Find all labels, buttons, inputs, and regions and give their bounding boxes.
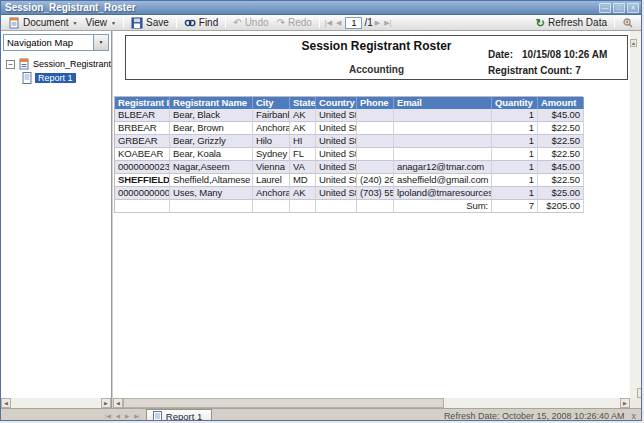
scrollbar-track[interactable] <box>444 398 620 408</box>
redo-label: Redo <box>288 17 312 28</box>
scroll-up-icon[interactable]: ▲ <box>630 39 637 47</box>
table-cell: AK <box>290 187 316 200</box>
chevron-down-icon[interactable]: ▼ <box>93 35 108 50</box>
report-view: Session Registrant Roster Date: 10/15/08… <box>113 31 630 398</box>
prev-page-button[interactable]: ◀ <box>334 19 343 27</box>
refresh-icon: ↻ <box>536 17 545 29</box>
window-controls: — □ × <box>599 3 639 13</box>
table-cell <box>394 135 492 148</box>
table-row: Sum:7$205.00 <box>115 200 583 213</box>
table-cell <box>170 200 253 213</box>
toolbar-divider <box>176 17 177 28</box>
horizontal-scrollbar[interactable]: ◀ ▶ <box>113 398 630 408</box>
next-page-button[interactable]: ▶ <box>373 19 382 27</box>
save-button[interactable]: Save <box>127 16 173 30</box>
scroll-left-icon[interactable]: ◀ <box>113 398 123 408</box>
table-cell: Sheffield,Altamese <box>170 174 253 187</box>
scrollbar-corner <box>630 398 641 408</box>
last-tab-button[interactable]: ▶| <box>132 410 142 422</box>
scroll-right-icon[interactable]: ▶ <box>620 398 630 408</box>
report-subtitle: Accounting <box>126 64 627 75</box>
app-window: Session_Registrant_Roster — □ × Document… <box>0 0 642 421</box>
document-icon <box>8 17 20 29</box>
save-label: Save <box>146 17 169 28</box>
table-row: BRBEARBear, BrownAnchorageAKUnited State… <box>115 122 583 135</box>
table-header-cell: Phone <box>357 97 394 109</box>
vertical-scrollbar[interactable]: ▲ ▼ <box>630 31 641 398</box>
page-icon <box>22 72 32 84</box>
tree-root-label: Session_Registrant_Roster <box>33 59 111 69</box>
undo-button[interactable]: ↶ Undo <box>229 16 272 30</box>
table-cell: Bear, Koala <box>170 148 253 161</box>
table-row: 000000000078Uses, ManyAnchorageAKUnited … <box>115 187 583 200</box>
table-cell: United States <box>316 135 357 148</box>
workspace: Navigation Map ▼ − Session_Registrant_Ro… <box>1 31 641 408</box>
close-icon[interactable]: × <box>627 3 639 13</box>
table-cell: Anchorage <box>253 122 290 135</box>
table-row: KOABEARBear, KoalaSydneyFLUnited States1… <box>115 148 583 161</box>
document-menu-button[interactable]: Document ▼ <box>4 16 82 30</box>
view-menu-label: View <box>86 17 108 28</box>
chevron-down-icon: ▼ <box>73 20 78 26</box>
toolbar-divider <box>319 17 320 28</box>
refresh-data-label: Refresh Data <box>548 17 607 28</box>
scrollbar-thumb[interactable] <box>123 398 444 408</box>
table-header-cell: State <box>290 97 316 109</box>
table-row: BLBEARBear, BlackFairbanksAKUnited State… <box>115 109 583 122</box>
table-cell: $22.50 <box>538 174 584 187</box>
table-cell: (240) 264-5655 <box>357 174 394 187</box>
sidebar-scrollbar[interactable]: ◀ ▶ <box>1 398 111 408</box>
toolbar-divider <box>225 17 226 28</box>
table-cell: GRBEAR <box>115 135 170 148</box>
refresh-data-button[interactable]: ↻ Refresh Data <box>532 16 611 30</box>
drill-button[interactable] <box>618 16 638 30</box>
minimize-icon[interactable]: — <box>599 3 611 13</box>
panel-selector-dropdown[interactable]: Navigation Map ▼ <box>3 34 109 51</box>
scroll-right-icon[interactable]: ▶ <box>101 398 111 408</box>
table-row: GRBEARBear, GrizzlyHiloHIUnited States1$… <box>115 135 583 148</box>
table-cell <box>394 148 492 161</box>
toolbar-divider <box>614 17 615 28</box>
table-cell: United States <box>316 174 357 187</box>
table-cell: KOABEAR <box>115 148 170 161</box>
first-page-button[interactable]: |◀ <box>323 19 334 27</box>
report-date-label: Date: <box>488 49 513 60</box>
table-header-cell: Registrant ID <box>115 97 170 109</box>
maximize-icon[interactable]: □ <box>613 3 625 13</box>
table-cell: 1 <box>492 161 538 174</box>
table-cell: HI <box>290 135 316 148</box>
table-cell: 1 <box>492 148 538 161</box>
next-tab-button[interactable]: ▶ <box>123 410 131 422</box>
page-total-label: /1 <box>364 17 372 28</box>
redo-button[interactable]: ↷ Redo <box>273 16 316 30</box>
scroll-left-icon[interactable]: ◀ <box>1 398 11 408</box>
table-cell: United States <box>316 122 357 135</box>
first-tab-button[interactable]: |◀ <box>103 410 113 422</box>
table-row: 000000002367Nagar,AseemViennaVAUnited St… <box>115 161 583 174</box>
table-cell: 7 <box>492 200 538 213</box>
last-page-button[interactable]: ▶| <box>382 19 393 27</box>
table-cell: United States <box>316 148 357 161</box>
scroll-down-icon[interactable]: ▼ <box>637 388 642 398</box>
table-cell: Fairbanks <box>253 109 290 122</box>
undo-icon: ↶ <box>233 17 241 28</box>
table-cell: $25.00 <box>538 187 584 200</box>
find-icon <box>184 17 196 29</box>
document-menu-label: Document <box>23 17 69 28</box>
page-number-input[interactable] <box>345 17 362 29</box>
table-cell: 1 <box>492 174 538 187</box>
tree-item-root[interactable]: − Session_Registrant_Roster <box>1 57 111 71</box>
prev-tab-button[interactable]: ◀ <box>114 410 122 422</box>
tree-item-report1[interactable]: Report 1 <box>1 71 111 85</box>
tab-bar: |◀ ◀ ▶ ▶| Report 1 Refresh Date: October… <box>1 408 641 421</box>
table-cell: 1 <box>492 109 538 122</box>
table-cell: $22.50 <box>538 148 584 161</box>
table-cell: AK <box>290 122 316 135</box>
view-menu-button[interactable]: View ▼ <box>82 16 120 30</box>
status-close-icon[interactable]: x <box>632 411 637 421</box>
report-header-box: Session Registrant Roster Date: 10/15/08… <box>125 35 628 80</box>
tab-report1[interactable]: Report 1 <box>146 409 212 421</box>
collapse-icon[interactable]: − <box>6 60 15 69</box>
find-button[interactable]: Find <box>180 16 222 30</box>
table-cell: VA <box>290 161 316 174</box>
